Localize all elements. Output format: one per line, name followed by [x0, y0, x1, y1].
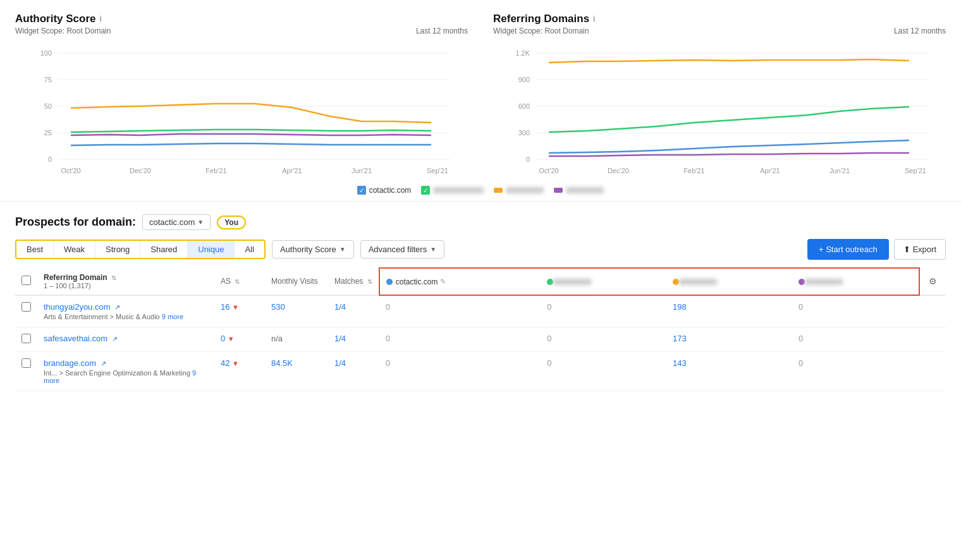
row3-as-value: 42: [221, 358, 230, 368]
th-site2-container: [547, 279, 660, 285]
th-filter-icon: ⚙: [919, 268, 946, 295]
row1-visits-cell: 530: [265, 295, 328, 327]
matches-sort-icon[interactable]: ⇅: [367, 278, 372, 285]
table-row: brandage.com ↗ Int... > Search Engine Op…: [15, 352, 946, 391]
authority-score-info-icon[interactable]: i: [100, 15, 102, 23]
th-site2-label: [553, 279, 591, 285]
prospects-table: Referring Domain ⇅ 1 – 100 (1,317) AS ⇅ …: [15, 267, 946, 391]
row1-more-link[interactable]: 9 more: [162, 313, 183, 320]
th-site4: [792, 268, 919, 295]
referring-domains-label: Referring Domains: [493, 13, 589, 25]
referring-domains-period: Last 12 months: [894, 27, 946, 35]
row3-domain-cell: brandage.com ↗ Int... > Search Engine Op…: [37, 352, 214, 391]
tab-weak[interactable]: Weak: [54, 241, 95, 258]
row3-visits-cell: 84.5K: [265, 352, 328, 391]
row2-domain-cell: safesavethai.com ↗: [37, 327, 214, 352]
legend-dot-site4: [554, 188, 563, 193]
export-button[interactable]: ⬆ Export: [894, 239, 946, 260]
legend-item-site4[interactable]: [554, 187, 604, 193]
row3-site3-value: 143: [673, 358, 687, 368]
th-range-label: 1 – 100 (1,317): [44, 282, 208, 289]
prospects-title: Prospects for domain:: [15, 216, 136, 229]
referring-domains-subtitle-row: Widget Scope: Root Domain Last 12 months: [493, 27, 946, 35]
legend-item-cotactic[interactable]: ✓ cotactic.com: [357, 186, 412, 195]
row3-checkbox[interactable]: [21, 358, 31, 368]
site2-dot: [547, 279, 553, 285]
svg-text:1.2K: 1.2K: [515, 49, 530, 57]
legend-item-site2[interactable]: ✓: [421, 186, 484, 195]
row2-checkbox[interactable]: [21, 334, 31, 343]
tab-best[interactable]: Best: [16, 241, 54, 258]
legend-dot-site3: [494, 188, 503, 193]
svg-text:Oct'20: Oct'20: [61, 167, 80, 174]
row1-site2-value: 0: [547, 302, 551, 312]
row1-category: Arts & Entertainment > Music & Audio 9 m…: [44, 313, 208, 320]
row3-external-icon[interactable]: ↗: [101, 360, 106, 367]
row1-site2-cell: 0: [541, 295, 666, 327]
row2-domain-link[interactable]: safesavethai.com: [44, 334, 107, 343]
th-site3-label: [679, 279, 717, 285]
site1-edit-icon[interactable]: ✎: [440, 277, 446, 286]
authority-score-filter[interactable]: Authority Score ▼: [272, 240, 354, 259]
referring-domains-info-icon[interactable]: i: [593, 15, 595, 23]
row3-matches-cell: 1/4: [328, 352, 379, 391]
tab-all[interactable]: All: [235, 241, 264, 258]
row1-external-icon[interactable]: ↗: [114, 303, 120, 311]
row2-external-icon[interactable]: ↗: [112, 335, 118, 343]
authority-score-filter-label: Authority Score: [280, 245, 336, 254]
th-visits-label: Monthly Visits: [271, 277, 318, 286]
start-outreach-button[interactable]: + Start outreach: [807, 239, 889, 260]
svg-text:Sep'21: Sep'21: [905, 167, 926, 174]
svg-text:75: 75: [44, 76, 52, 83]
row2-matches-value: 1/4: [334, 334, 346, 343]
as-sort-icon[interactable]: ⇅: [235, 278, 240, 285]
column-filter-icon[interactable]: ⚙: [926, 271, 940, 291]
legend-check-cotactic: ✓: [357, 186, 366, 195]
svg-text:0: 0: [526, 155, 530, 163]
prospects-section: Prospects for domain: cotactic.com ▼ You…: [0, 202, 961, 391]
referring-domain-sort-icon[interactable]: ⇅: [111, 274, 116, 281]
authority-score-chart-area: 100 75 50 25 0 Oct'20 Dec'20 Feb'21 Apr'…: [15, 40, 468, 180]
th-site1-label: cotactic.com: [396, 277, 438, 286]
referring-domains-svg: 1.2K 900 600 300 0 Oct'20 Dec'20 Feb'21 …: [493, 40, 946, 180]
row3-site4-value: 0: [799, 358, 803, 368]
advanced-filters-button[interactable]: Advanced filters ▼: [360, 240, 444, 259]
select-all-checkbox[interactable]: [21, 276, 31, 285]
prospects-header: Prospects for domain: cotactic.com ▼ You: [15, 214, 946, 230]
row1-domain-link[interactable]: thungyai2you.com: [44, 302, 111, 312]
domain-selector[interactable]: cotactic.com ▼: [142, 214, 211, 230]
row3-checkbox-cell: [15, 352, 37, 391]
referring-domains-scope: Widget Scope: Root Domain: [493, 27, 589, 35]
row1-as-cell: 16 ▼: [214, 295, 265, 327]
you-badge: You: [217, 216, 246, 229]
prospects-table-body: thungyai2you.com ↗ Arts & Entertainment …: [15, 295, 946, 391]
th-site2: [541, 268, 666, 295]
svg-text:25: 25: [44, 129, 52, 137]
th-site4-container: [799, 279, 912, 285]
row1-matches-value: 1/4: [334, 302, 346, 312]
site3-dot: [673, 279, 679, 285]
row1-matches-cell: 1/4: [328, 295, 379, 327]
tab-shared[interactable]: Shared: [140, 241, 188, 258]
row3-domain-link[interactable]: brandage.com: [44, 358, 96, 368]
authority-score-title: Authority Score i: [15, 13, 468, 25]
th-site3: [666, 268, 792, 295]
row1-site1-cell: 0: [379, 295, 541, 327]
row2-site1-cell: 0: [379, 327, 541, 352]
row1-checkbox[interactable]: [21, 302, 31, 312]
tab-unique[interactable]: Unique: [188, 241, 235, 258]
row1-as-trend: ▼: [232, 303, 239, 311]
row3-site1-value: 0: [386, 358, 390, 368]
th-checkbox: [15, 268, 37, 295]
authority-score-chevron-icon: ▼: [340, 246, 346, 253]
svg-text:600: 600: [518, 102, 530, 110]
legend-check-site2: ✓: [421, 186, 430, 195]
legend-item-site3[interactable]: [494, 187, 544, 193]
row2-as-cell: 0 ▼: [214, 327, 265, 352]
row1-site4-cell: 0: [792, 295, 919, 327]
referring-domains-widget: Referring Domains i Widget Scope: Root D…: [493, 13, 946, 180]
row3-more-link[interactable]: 9 more: [44, 369, 196, 384]
row3-as-cell: 42 ▼: [214, 352, 265, 391]
row1-site4-value: 0: [799, 302, 803, 312]
tab-strong[interactable]: Strong: [95, 241, 140, 258]
